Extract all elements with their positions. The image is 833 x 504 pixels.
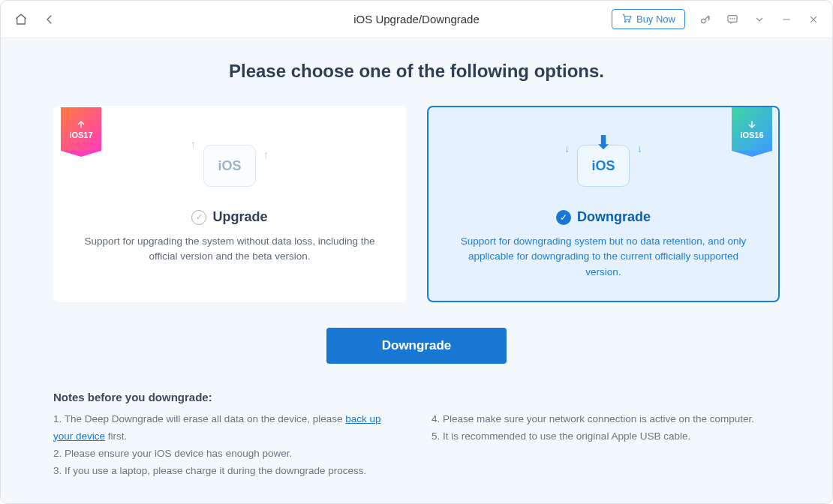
notes-section: Notes before you downgrade: 1. The Deep … xyxy=(53,391,780,480)
note-3: 3. If you use a laptop, please charge it… xyxy=(53,463,401,480)
note-1-pre: 1. The Deep Downgrade will erase all dat… xyxy=(53,413,345,424)
svg-point-1 xyxy=(629,21,630,22)
upgrade-desc: Support for upgrading the system without… xyxy=(76,234,383,265)
note-2: 2. Please ensure your iOS device has eno… xyxy=(53,446,401,463)
ios-box-icon: iOS ⬇ ↓ ↓ xyxy=(577,145,630,187)
svg-point-0 xyxy=(624,21,626,22)
downgrade-button[interactable]: Downgrade xyxy=(326,328,507,364)
upgrade-title: Upgrade xyxy=(212,209,267,225)
note-4: 4. Please make sure your network connect… xyxy=(432,411,780,428)
key-icon[interactable] xyxy=(699,13,712,26)
arrow-up-icon: ↑ xyxy=(263,148,269,160)
notes-title: Notes before you downgrade: xyxy=(53,391,780,404)
downgrade-title: Downgrade xyxy=(577,209,651,225)
back-icon[interactable] xyxy=(41,11,58,28)
arrow-up-icon: ↑ xyxy=(191,138,196,150)
check-circle-icon: ✓ xyxy=(191,210,206,225)
note-1-post: first. xyxy=(105,430,127,442)
svg-point-4 xyxy=(730,18,731,19)
badge-text: iOS17 xyxy=(69,130,92,140)
buy-now-label: Buy Now xyxy=(636,14,675,25)
window-title: iOS Upgrade/Downgrade xyxy=(353,13,480,26)
svg-point-2 xyxy=(702,19,705,22)
notes-col-right: 4. Please make sure your network connect… xyxy=(432,411,780,480)
ios-label: iOS xyxy=(591,158,615,174)
upgrade-illustration: iOS ↑ ↑ xyxy=(76,136,383,196)
buy-now-button[interactable]: Buy Now xyxy=(612,9,685,29)
ios17-badge: iOS17 xyxy=(61,107,101,151)
ios-label: iOS xyxy=(218,158,241,174)
downgrade-card[interactable]: iOS16 iOS ⬇ ↓ ↓ ✓ Downgrade Support for … xyxy=(427,106,780,302)
page-heading: Please choose one of the following optio… xyxy=(53,61,780,82)
svg-point-5 xyxy=(732,18,733,19)
content-area: Please choose one of the following optio… xyxy=(1,38,832,503)
minimize-icon[interactable] xyxy=(780,13,793,26)
upgrade-title-row: ✓ Upgrade xyxy=(76,209,383,225)
downgrade-illustration: iOS ⬇ ↓ ↓ xyxy=(450,136,757,196)
arrow-down-icon: ⬇ xyxy=(596,132,611,153)
home-icon[interactable] xyxy=(13,11,29,28)
titlebar: iOS Upgrade/Downgrade Buy Now xyxy=(1,1,832,38)
note-5: 5. It is recommended to use the original… xyxy=(432,428,780,446)
downgrade-title-row: ✓ Downgrade xyxy=(450,209,757,225)
cart-icon xyxy=(621,13,632,26)
titlebar-left xyxy=(13,11,58,28)
downgrade-desc: Support for downgrading system but no da… xyxy=(450,234,757,280)
note-1: 1. The Deep Downgrade will erase all dat… xyxy=(53,411,401,446)
notes-col-left: 1. The Deep Downgrade will erase all dat… xyxy=(53,411,401,480)
arrow-down-icon: ↓ xyxy=(564,142,570,154)
arrow-down-icon xyxy=(746,118,758,130)
close-icon[interactable] xyxy=(807,13,820,26)
check-circle-filled-icon: ✓ xyxy=(556,210,571,225)
chevron-down-icon[interactable] xyxy=(753,13,766,26)
arrow-down-icon: ↓ xyxy=(637,142,642,154)
notes-columns: 1. The Deep Downgrade will erase all dat… xyxy=(53,411,780,480)
ios-box-icon: iOS ↑ ↑ xyxy=(203,145,256,187)
arrow-up-icon xyxy=(75,118,87,130)
badge-text: iOS16 xyxy=(740,130,763,140)
upgrade-card[interactable]: iOS17 iOS ↑ ↑ ✓ Upgrade Support for upgr… xyxy=(53,106,406,302)
titlebar-right: Buy Now xyxy=(612,9,820,29)
ios16-badge: iOS16 xyxy=(732,107,772,151)
feedback-icon[interactable] xyxy=(726,13,739,26)
svg-point-6 xyxy=(734,18,735,19)
option-cards: iOS17 iOS ↑ ↑ ✓ Upgrade Support for upgr… xyxy=(53,106,780,302)
